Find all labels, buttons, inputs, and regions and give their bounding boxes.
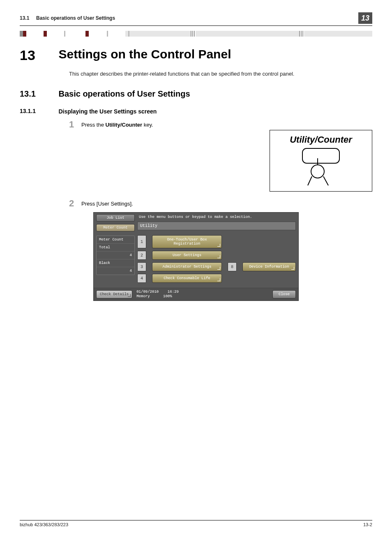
menu-num-1: 1 xyxy=(137,235,146,248)
utility-title: Utility xyxy=(137,222,296,230)
footer-model: bizhub 423/363/283/223 xyxy=(20,522,68,527)
close-button[interactable]: Close xyxy=(272,290,296,298)
chapter-heading: 13 Settings on the Control Panel xyxy=(20,47,372,63)
step-1-number: 1 xyxy=(69,120,81,129)
status-time: 16:29 xyxy=(168,290,179,294)
status-date: 01/09/2010 xyxy=(136,290,159,294)
status-mem-value: 100% xyxy=(163,294,172,298)
step1-suffix: key. xyxy=(142,122,153,128)
meter-black-value: 4 xyxy=(97,267,134,275)
subsection-heading: 13.1.1 Displaying the User Settings scre… xyxy=(20,108,372,115)
subsection-num: 13.1.1 xyxy=(20,108,57,114)
menu-num-4: 4 xyxy=(137,274,146,283)
meter-total-value: 4 xyxy=(97,252,134,259)
tab-job-list[interactable]: Job List xyxy=(96,214,135,222)
menu-num-3: 3 xyxy=(137,262,146,271)
chapter-lead: This chapter describes the printer-relat… xyxy=(69,71,372,77)
running-header: 13.1 Basic operations of User Settings 1… xyxy=(20,12,372,26)
thumb-index-bar xyxy=(20,31,372,37)
chapter-num: 13 xyxy=(20,47,57,63)
svg-point-1 xyxy=(311,165,324,178)
section-heading: 13.1 Basic operations of User Settings xyxy=(20,89,372,99)
section-title: Basic operations of User Settings xyxy=(58,89,190,99)
panel-prompt: Use the menu buttons or keypad to make a… xyxy=(137,214,296,222)
status-mem-label: Memory xyxy=(136,294,150,298)
utility-counter-key-figure: Utility/Counter xyxy=(270,130,372,192)
svg-rect-0 xyxy=(302,148,339,163)
step1-prefix: Press the xyxy=(81,122,106,128)
chapter-number-box: 13 xyxy=(358,12,372,24)
status-line: 01/09/2010 16:29 Memory 100% xyxy=(136,290,272,299)
chapter-title: Settings on the Control Panel xyxy=(58,47,231,61)
runhdr-secnum: 13.1 xyxy=(20,15,29,21)
meter-count-block: Meter Count Total 4 Black 4 xyxy=(96,236,135,275)
step-2-text: Press [User Settings]. xyxy=(81,199,133,207)
menu-num-8: 8 xyxy=(228,262,237,271)
step-1-text: Press the Utility/Counter key. xyxy=(81,120,153,128)
menu-administrator-settings[interactable]: Administrator Settings xyxy=(152,262,222,271)
menu-check-consumable-life[interactable]: Check Consumable Life xyxy=(152,274,222,283)
runhdr-sectitle: Basic operations of User Settings xyxy=(36,15,115,21)
check-details-button[interactable]: Check Details xyxy=(96,290,132,298)
device-touchscreen-figure: Job List Meter Count Meter Count Total 4… xyxy=(93,212,299,301)
meter-black-label: Black xyxy=(97,259,134,267)
step1-bold: Utility/Counter xyxy=(106,122,143,128)
step-1: 1 Press the Utility/Counter key. xyxy=(69,120,372,129)
step-2: 2 Press [User Settings]. xyxy=(69,199,372,208)
menu-user-settings[interactable]: User Settings xyxy=(152,251,222,260)
menu-device-information[interactable]: Device Information xyxy=(242,262,296,271)
menu-num-2: 2 xyxy=(137,251,146,260)
meter-header: Meter Count xyxy=(97,236,134,244)
page-footer: bizhub 423/363/283/223 13-2 xyxy=(20,520,372,527)
subsection-title: Displaying the User Settings screen xyxy=(58,108,157,115)
running-header-text: 13.1 Basic operations of User Settings xyxy=(20,15,358,21)
footer-page: 13-2 xyxy=(363,522,372,527)
step-2-number: 2 xyxy=(69,199,81,208)
utility-counter-label: Utility/Counter xyxy=(275,134,367,145)
menu-one-touch-user-box[interactable]: One-Touch/User Box Registration xyxy=(152,235,222,248)
section-num: 13.1 xyxy=(20,89,57,99)
press-key-illustration xyxy=(292,148,350,187)
meter-total-label: Total xyxy=(97,244,134,252)
tab-meter-count[interactable]: Meter Count xyxy=(96,224,135,231)
